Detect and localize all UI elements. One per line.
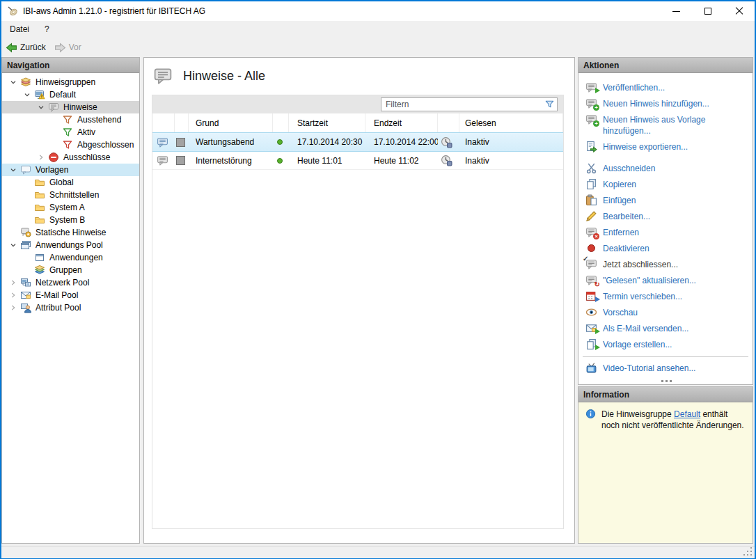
add-note-from-template-icon <box>585 113 597 125</box>
clock-icon <box>441 136 452 148</box>
action-termin-verschieben[interactable]: Termin verschieben... <box>578 290 753 304</box>
action-vorlage-erstellen[interactable]: Vorlage erstellen... <box>578 338 753 352</box>
action-bearbeiten[interactable]: Bearbeiten... <box>578 210 753 223</box>
column-header-grund[interactable]: Grund <box>189 113 273 132</box>
tree-item-abgeschlossen[interactable]: Abgeschlossen <box>2 139 139 151</box>
chevron-down-icon[interactable] <box>20 89 34 100</box>
column-header-clock[interactable] <box>438 113 459 132</box>
cell-gelesen: Inaktiv <box>459 152 563 169</box>
cell-startzeit: 17.10.2014 20:30 <box>289 133 365 151</box>
table-row-internetstoerung[interactable]: Internetstörung Heute 11:01 Heute 11:02 … <box>152 152 563 170</box>
menu-datei[interactable]: Datei <box>3 22 36 36</box>
action-veroeffentlichen[interactable]: Veröffentlichen... <box>578 81 753 95</box>
tree-item-hinweisgruppen[interactable]: Hinweisgruppen <box>2 76 139 88</box>
action-video-tutorial[interactable]: Video-Tutorial ansehen... <box>578 361 753 375</box>
action-vorschau[interactable]: Vorschau <box>578 306 753 320</box>
resize-grip[interactable] <box>750 554 752 556</box>
deactivate-icon <box>585 242 597 254</box>
column-header-icon[interactable] <box>152 113 175 132</box>
chevron-right-icon[interactable] <box>34 152 48 163</box>
tree-item-anwendungen[interactable]: Anwendungen <box>2 251 139 264</box>
tree-item-default[interactable]: Default <box>2 88 139 101</box>
chevron-right-icon[interactable] <box>6 290 20 301</box>
action-deaktivieren[interactable]: Deaktivieren <box>578 242 753 255</box>
tree-item-gruppen[interactable]: Gruppen <box>2 264 139 276</box>
column-header-startzeit[interactable]: Startzeit <box>289 113 365 132</box>
tree-item-netzwerk-pool[interactable]: Netzwerk Pool <box>2 276 139 289</box>
reschedule-icon <box>585 290 597 302</box>
layers-icon <box>20 77 31 88</box>
information-text: Die Hinweisgruppe <box>601 409 674 419</box>
forward-button[interactable]: Vor <box>50 40 86 55</box>
layers-blue-icon <box>34 265 45 276</box>
chevron-down-icon[interactable] <box>34 102 48 113</box>
windows-icon <box>20 239 31 251</box>
tree-item-email-pool[interactable]: E-Mail Pool <box>2 289 139 301</box>
panel-splitter-handle[interactable] <box>666 380 668 382</box>
chevron-down-icon[interactable] <box>6 164 20 175</box>
preview-icon <box>585 306 597 318</box>
column-header-state[interactable] <box>175 113 189 132</box>
menu-help[interactable]: ? <box>38 22 56 36</box>
action-hinweise-exportieren[interactable]: Hinweise exportieren... <box>578 140 753 154</box>
tree-item-system-a[interactable]: System A <box>2 201 139 214</box>
action-kopieren[interactable]: Kopieren <box>578 178 753 191</box>
folder-icon <box>34 214 45 226</box>
minimize-button[interactable] <box>661 1 692 21</box>
action-entfernen[interactable]: Entfernen <box>578 226 753 239</box>
tree-item-anwendungs-pool[interactable]: Anwendungs Pool <box>2 239 139 251</box>
navigation-panel: Navigation Hinweisgruppen Default Hinwei… <box>1 57 140 544</box>
window-icon <box>34 252 45 263</box>
action-als-email-versenden[interactable]: Als E-Mail versenden... <box>578 322 753 336</box>
column-header-gelesen[interactable]: Gelesen <box>459 113 563 132</box>
tree-item-attribut-pool[interactable]: Attribut Pool <box>2 301 139 314</box>
remove-icon <box>585 226 597 238</box>
title-bar[interactable]: IBI-aws Admin 1.21.0 - registriert für I… <box>1 1 755 21</box>
chevron-down-icon[interactable] <box>6 77 20 88</box>
tree-item-hinweise[interactable]: Hinweise <box>2 101 139 113</box>
tree-item-aktiv[interactable]: Aktiv <box>2 126 139 139</box>
action-jetzt-abschliessen[interactable]: Jetzt abschliessen... <box>578 258 753 271</box>
filter-input[interactable] <box>381 97 558 111</box>
main-content-panel: Hinweise - Alle Grund Startzeit Endzeit … <box>143 57 575 544</box>
navigation-header: Navigation <box>2 58 139 73</box>
action-ausschneiden[interactable]: Ausschneiden <box>578 162 753 175</box>
application-window: IBI-aws Admin 1.21.0 - registriert für I… <box>0 0 756 559</box>
edit-icon <box>585 210 597 222</box>
chevron-down-icon[interactable] <box>6 239 20 251</box>
finish-now-icon <box>585 258 597 270</box>
tree-item-ausstehend[interactable]: Ausstehend <box>2 113 139 126</box>
column-header-endzeit[interactable]: Endzeit <box>365 113 438 132</box>
actions-panel: Aktionen Veröffentlichen... Neuen Hinwei… <box>578 57 753 385</box>
tree-item-statische-hinweise[interactable]: Statische Hinweise <box>2 226 139 239</box>
action-gelesen-aktualisieren[interactable]: "Gelesen" aktualisieren... <box>578 274 753 288</box>
gray-square-icon <box>176 156 185 165</box>
chevron-right-icon[interactable] <box>6 302 20 313</box>
filter-icon[interactable] <box>544 99 555 109</box>
close-button[interactable] <box>723 1 755 21</box>
table-row-wartungsabend[interactable]: Wartungsabend 17.10.2014 20:30 17.10.201… <box>152 132 563 152</box>
maximize-button[interactable] <box>692 1 723 21</box>
chevron-slot <box>20 202 34 213</box>
default-group-link[interactable]: Default <box>674 409 700 419</box>
refresh-read-icon <box>585 274 597 286</box>
chevron-right-icon[interactable] <box>6 277 20 288</box>
minimize-icon <box>672 11 680 12</box>
action-neuen-hinweis-hinzufuegen[interactable]: Neuen Hinweis hinzufügen... <box>578 97 753 111</box>
column-header-status-dot[interactable] <box>273 113 289 132</box>
cell-endzeit: Heute 11:02 <box>365 152 438 169</box>
filter-box <box>381 97 558 111</box>
tree-item-global[interactable]: Global <box>2 176 139 189</box>
back-button[interactable]: Zurück <box>1 40 50 55</box>
action-einfuegen[interactable]: Einfügen <box>578 194 753 207</box>
tree-item-system-b[interactable]: System B <box>2 214 139 226</box>
note-bubble-icon <box>152 66 173 86</box>
green-status-dot-icon <box>277 139 283 145</box>
video-tutorial-icon <box>585 362 597 374</box>
tree-item-schnittstellen[interactable]: Schnittstellen <box>2 189 139 201</box>
action-neuen-hinweis-aus-vorlage[interactable]: Neuen Hinweis aus Vorlage hinzufügen... <box>578 113 753 138</box>
tree-item-vorlagen[interactable]: Vorlagen <box>2 164 139 176</box>
create-template-icon <box>585 338 597 350</box>
tree-item-ausschluesse[interactable]: Ausschlüsse <box>2 151 139 164</box>
user-icon <box>20 302 31 313</box>
